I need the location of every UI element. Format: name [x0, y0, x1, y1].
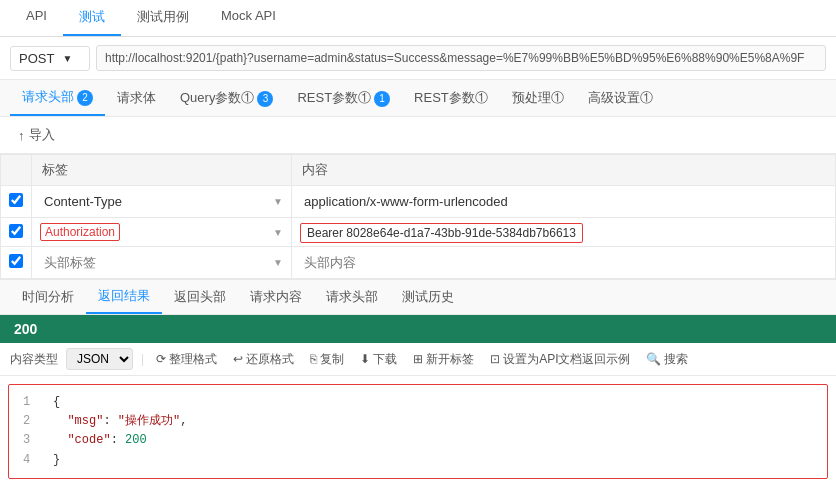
tab-request-body[interactable]: 请求体: [105, 81, 168, 115]
bottom-tabs: 时间分析 返回结果 返回头部 请求内容 请求头部 测试历史: [0, 279, 836, 315]
restore-btn[interactable]: ↩ 还原格式: [229, 349, 298, 370]
download-label: 下载: [373, 351, 397, 368]
section-tabs: 请求头部2 请求体 Query参数①3 REST参数①1 REST参数① 预处理…: [0, 80, 836, 117]
status-bar: 200: [0, 315, 836, 343]
line-num-4: 4: [23, 451, 43, 470]
row1-tag-input[interactable]: [40, 191, 273, 212]
row2-checkbox[interactable]: [9, 224, 23, 238]
format-label: 整理格式: [169, 351, 217, 368]
headers-table: 标签 内容 ▼ Au: [0, 154, 836, 279]
tab-api[interactable]: API: [10, 0, 63, 36]
row2-tag-cell: Authorization ▼: [32, 218, 292, 247]
format-icon: ⟳: [156, 352, 166, 366]
chevron-down-icon: ▼: [273, 227, 283, 238]
code-content-4: }: [53, 451, 60, 470]
search-btn[interactable]: 🔍 搜索: [642, 349, 692, 370]
method-select[interactable]: POST ▼: [10, 46, 90, 71]
search-icon: 🔍: [646, 352, 661, 366]
row1-content-cell: [292, 186, 836, 218]
row1-tag-cell: ▼: [32, 186, 292, 218]
url-bar: POST ▼: [0, 37, 836, 80]
col-content: 内容: [292, 155, 836, 186]
line-num-3: 3: [23, 431, 43, 450]
setdoc-icon: ⊡: [490, 352, 500, 366]
code-content-3: "code": 200: [53, 431, 147, 450]
status-code: 200: [14, 321, 37, 337]
newtab-label: 新开标签: [426, 351, 474, 368]
tab-testcase[interactable]: 测试用例: [121, 0, 205, 36]
format-btn[interactable]: ⟳ 整理格式: [152, 349, 221, 370]
response-toolbar: 内容类型 JSON XML HTML Text | ⟳ 整理格式 ↩ 还原格式 …: [0, 343, 836, 376]
setdoc-btn[interactable]: ⊡ 设置为API文档返回示例: [486, 349, 634, 370]
code-content-2: "msg": "操作成功",: [53, 412, 187, 431]
newtab-btn[interactable]: ⊞ 新开标签: [409, 349, 478, 370]
import-toolbar: ↑ 导入: [0, 117, 836, 154]
line-num-2: 2: [23, 412, 43, 431]
tab-request-content[interactable]: 请求内容: [238, 281, 314, 313]
import-label: 导入: [29, 126, 55, 144]
tab-mockapi[interactable]: Mock API: [205, 0, 292, 36]
copy-icon: ⎘: [310, 352, 317, 366]
tab-response-headers[interactable]: 返回头部: [162, 281, 238, 313]
top-nav: API 测试 测试用例 Mock API: [0, 0, 836, 37]
tab-timing[interactable]: 时间分析: [10, 281, 86, 313]
row3-tag-input[interactable]: [40, 252, 273, 273]
row3-content-cell: [292, 247, 836, 279]
setdoc-label: 设置为API文档返回示例: [503, 351, 630, 368]
url-input[interactable]: [96, 45, 826, 71]
code-line-2: 2 "msg": "操作成功",: [23, 412, 813, 431]
row1-checkbox-cell: [1, 186, 32, 218]
content-type-select[interactable]: JSON XML HTML Text: [66, 348, 133, 370]
restore-icon: ↩: [233, 352, 243, 366]
tab-auth[interactable]: REST参数①: [402, 81, 500, 115]
toolbar-sep: |: [141, 352, 144, 366]
search-label: 搜索: [664, 351, 688, 368]
tab-request-headers[interactable]: 请求头部2: [10, 80, 105, 116]
line-num-1: 1: [23, 393, 43, 412]
row3-checkbox-cell: [1, 247, 32, 279]
table-row: ▼: [1, 247, 836, 279]
download-btn[interactable]: ⬇ 下载: [356, 349, 401, 370]
code-area: 1 { 2 "msg": "操作成功", 3 "code": 200 4 }: [8, 384, 828, 479]
tab-preprocess[interactable]: 预处理①: [500, 81, 576, 115]
bearer-value: Bearer 8028e64e-d1a7-43bb-91de-5384db7b6…: [300, 223, 583, 243]
row1-checkbox[interactable]: [9, 193, 23, 207]
row3-checkbox[interactable]: [9, 254, 23, 268]
code-line-3: 3 "code": 200: [23, 431, 813, 450]
row2-content-cell: Bearer 8028e64e-d1a7-43bb-91de-5384db7b6…: [292, 218, 836, 247]
row3-tag-cell: ▼: [32, 247, 292, 279]
copy-btn[interactable]: ⎘ 复制: [306, 349, 348, 370]
tab-rest-params[interactable]: REST参数①1: [285, 81, 402, 115]
tab-advanced[interactable]: 高级设置①: [576, 81, 665, 115]
table-row: Authorization ▼ Bearer 8028e64e-d1a7-43b…: [1, 218, 836, 247]
col-checkbox: [1, 155, 32, 186]
import-button[interactable]: ↑ 导入: [10, 123, 63, 147]
code-content-1: {: [53, 393, 60, 412]
table-row: ▼: [1, 186, 836, 218]
restore-label: 还原格式: [246, 351, 294, 368]
tab-test[interactable]: 测试: [63, 0, 121, 36]
row3-content-input[interactable]: [300, 252, 827, 273]
badge-request-headers: 2: [77, 90, 93, 106]
code-line-1: 1 {: [23, 393, 813, 412]
chevron-down-icon: ▼: [62, 53, 72, 64]
newtab-icon: ⊞: [413, 352, 423, 366]
import-icon: ↑: [18, 128, 25, 143]
tab-req-headers[interactable]: 请求头部: [314, 281, 390, 313]
copy-label: 复制: [320, 351, 344, 368]
content-type-label: 内容类型: [10, 351, 58, 368]
tab-response-result[interactable]: 返回结果: [86, 280, 162, 314]
code-line-4: 4 }: [23, 451, 813, 470]
tab-query-params[interactable]: Query参数①3: [168, 81, 285, 115]
authorization-label: Authorization: [40, 223, 120, 241]
row1-content-input[interactable]: [300, 191, 827, 212]
col-tag: 标签: [32, 155, 292, 186]
method-label: POST: [19, 51, 54, 66]
chevron-down-icon: ▼: [273, 257, 283, 268]
tab-test-history[interactable]: 测试历史: [390, 281, 466, 313]
response-section: 200 内容类型 JSON XML HTML Text | ⟳ 整理格式 ↩ 还…: [0, 315, 836, 479]
badge-rest: 1: [374, 91, 390, 107]
row2-checkbox-cell: [1, 218, 32, 247]
badge-query: 3: [257, 91, 273, 107]
download-icon: ⬇: [360, 352, 370, 366]
